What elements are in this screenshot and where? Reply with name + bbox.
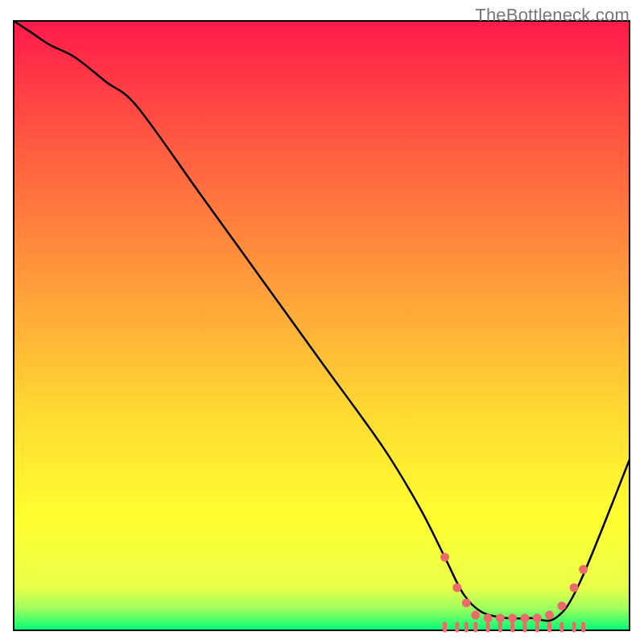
marker-dot [570,584,579,592]
marker-dot [545,611,554,620]
bottleneck-chart [0,0,644,644]
marker-dot [484,613,493,622]
marker-dot [520,613,529,622]
marker-dot [462,598,471,607]
marker-dot [557,601,566,610]
marker-dot [496,613,505,622]
gradient-background [14,21,630,630]
marker-dot [471,611,480,620]
marker-dot [452,584,461,592]
watermark-text: TheBottleneck.com [475,5,630,26]
marker-dot [533,613,542,622]
marker-dot [579,565,588,574]
chart-container: TheBottleneck.com [0,0,644,644]
marker-dot [440,553,449,562]
marker-dot [508,613,517,622]
